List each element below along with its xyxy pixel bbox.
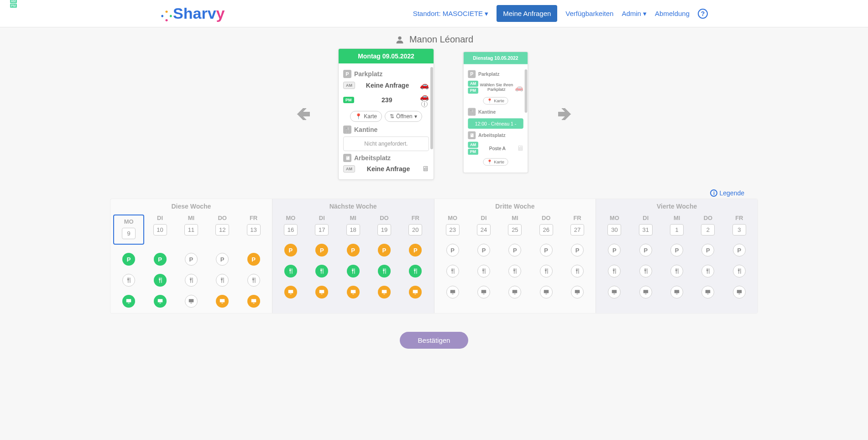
- nav-availability[interactable]: Verfügbarkeiten: [565, 10, 613, 17]
- pm-badge[interactable]: PM: [343, 97, 354, 103]
- cantine-status[interactable]: Nicht angefordert.: [343, 136, 429, 151]
- cantine-status-icon[interactable]: [347, 265, 360, 278]
- cantine-status-icon[interactable]: [733, 265, 746, 278]
- cantine-slot[interactable]: 12:00 - Créneau 1 -: [468, 118, 523, 129]
- day-cell[interactable]: DI17: [306, 215, 337, 236]
- parking-status-icon[interactable]: P: [670, 244, 683, 257]
- day-cell[interactable]: FR13: [238, 215, 269, 245]
- workspace-status-icon[interactable]: [122, 295, 135, 308]
- next-arrow-icon[interactable]: 🡺: [557, 106, 572, 123]
- workspace-status-icon[interactable]: [154, 295, 167, 308]
- parking-status-icon[interactable]: P: [122, 253, 135, 266]
- am-badge[interactable]: AM: [343, 82, 355, 89]
- parking-status-icon[interactable]: P: [185, 253, 198, 266]
- cantine-status-icon[interactable]: [608, 265, 621, 278]
- workspace-status-icon[interactable]: [701, 286, 714, 299]
- workspace-status-icon[interactable]: [571, 286, 584, 299]
- cantine-status-icon[interactable]: [185, 274, 198, 287]
- cantine-status-icon[interactable]: [378, 265, 391, 278]
- parking-status-icon[interactable]: P: [446, 244, 459, 257]
- cantine-status-icon[interactable]: [247, 274, 260, 287]
- am-badge-work[interactable]: AM: [343, 165, 355, 173]
- workspace-status-icon[interactable]: [639, 286, 652, 299]
- nav-logout[interactable]: Abmeldung: [655, 10, 690, 17]
- cantine-status-icon[interactable]: [540, 265, 553, 278]
- day-cell[interactable]: MI11: [176, 215, 207, 245]
- day-cell[interactable]: MO30: [599, 215, 630, 236]
- next-day-card[interactable]: Dienstag 10.05.2022 P Parkplatz AM PM Wä…: [463, 52, 528, 173]
- workspace-status-icon[interactable]: [508, 286, 521, 299]
- workspace-status-icon[interactable]: [185, 295, 198, 308]
- day-cell[interactable]: FR27: [562, 215, 593, 236]
- workspace-status-icon[interactable]: [347, 286, 360, 299]
- cantine-status-icon[interactable]: [670, 265, 683, 278]
- confirm-button[interactable]: Bestätigen: [400, 332, 469, 349]
- workspace-status-icon[interactable]: [446, 286, 459, 299]
- nav-admin[interactable]: Admin ▾: [622, 10, 647, 18]
- day-cell[interactable]: FR3: [724, 215, 755, 236]
- parking-status-icon[interactable]: P: [508, 244, 521, 257]
- map-button[interactable]: 📍Karte: [483, 97, 508, 105]
- parking-status-icon[interactable]: P: [216, 253, 229, 266]
- workspace-status-icon[interactable]: [247, 295, 260, 308]
- cantine-status-icon[interactable]: [409, 265, 422, 278]
- nav-location[interactable]: Standort: MASOCIETE ▾: [413, 10, 489, 18]
- parking-status-icon[interactable]: P: [477, 244, 490, 257]
- day-cell[interactable]: MI1: [661, 215, 692, 236]
- day-cell[interactable]: DO26: [531, 215, 562, 236]
- workspace-status-icon[interactable]: [670, 286, 683, 299]
- workspace-status-icon[interactable]: [378, 286, 391, 299]
- parking-status-icon[interactable]: P: [701, 244, 714, 257]
- parking-status-icon[interactable]: P: [247, 253, 260, 266]
- day-cell[interactable]: MI18: [337, 215, 368, 236]
- prev-arrow-icon[interactable]: 🡸: [296, 106, 311, 123]
- parking-status-icon[interactable]: P: [733, 244, 746, 257]
- workspace-status-icon[interactable]: [284, 286, 297, 299]
- workspace-status-icon[interactable]: [477, 286, 490, 299]
- day-cell[interactable]: DI24: [468, 215, 499, 236]
- day-cell[interactable]: DO2: [692, 215, 723, 236]
- cantine-status-icon[interactable]: [701, 265, 714, 278]
- workspace-status-icon[interactable]: [315, 286, 328, 299]
- cantine-status-icon[interactable]: [154, 274, 167, 287]
- info-icon[interactable]: i: [421, 101, 428, 107]
- cantine-status-icon[interactable]: [122, 274, 135, 287]
- cantine-status-icon[interactable]: [477, 265, 490, 278]
- workspace-status-icon[interactable]: [216, 295, 229, 308]
- workspace-status-icon[interactable]: [540, 286, 553, 299]
- parking-status-icon[interactable]: P: [639, 244, 652, 257]
- workspace-status-icon[interactable]: [733, 286, 746, 299]
- parking-status-icon[interactable]: P: [409, 244, 422, 257]
- parking-status-icon[interactable]: P: [315, 244, 328, 257]
- parking-status-icon[interactable]: P: [571, 244, 584, 257]
- scrollbar[interactable]: [430, 67, 433, 149]
- day-cell[interactable]: MI25: [499, 215, 530, 236]
- cantine-status-icon[interactable]: [216, 274, 229, 287]
- day-cell[interactable]: MO9: [113, 215, 144, 245]
- day-cell[interactable]: FR20: [400, 215, 431, 236]
- parking-status-icon[interactable]: P: [154, 253, 167, 266]
- map-button[interactable]: 📍Karte: [483, 158, 508, 166]
- cantine-status-icon[interactable]: [446, 265, 459, 278]
- workspace-status-icon[interactable]: [409, 286, 422, 299]
- logo[interactable]: Sharvy: [160, 5, 225, 22]
- cantine-status-icon[interactable]: [571, 265, 584, 278]
- parking-status-icon[interactable]: P: [284, 244, 297, 257]
- cantine-status-icon[interactable]: [315, 265, 328, 278]
- cantine-status-icon[interactable]: [639, 265, 652, 278]
- day-cell[interactable]: DO19: [369, 215, 400, 236]
- cantine-status-icon[interactable]: [284, 265, 297, 278]
- day-cell[interactable]: DO12: [207, 215, 238, 245]
- parking-status-icon[interactable]: P: [540, 244, 553, 257]
- parking-status-icon[interactable]: P: [347, 244, 360, 257]
- day-cell[interactable]: DI31: [630, 215, 661, 236]
- nav-my-requests[interactable]: Meine Anfragen: [497, 5, 557, 22]
- day-cell[interactable]: MO16: [275, 215, 306, 236]
- day-cell[interactable]: DI10: [144, 215, 175, 245]
- map-button[interactable]: 📍Karte: [350, 111, 382, 122]
- day-cell[interactable]: MO23: [437, 215, 468, 236]
- legend-link[interactable]: iLegende: [710, 189, 744, 197]
- parking-status-icon[interactable]: P: [378, 244, 391, 257]
- scrollbar[interactable]: [525, 69, 528, 113]
- workspace-status-icon[interactable]: [608, 286, 621, 299]
